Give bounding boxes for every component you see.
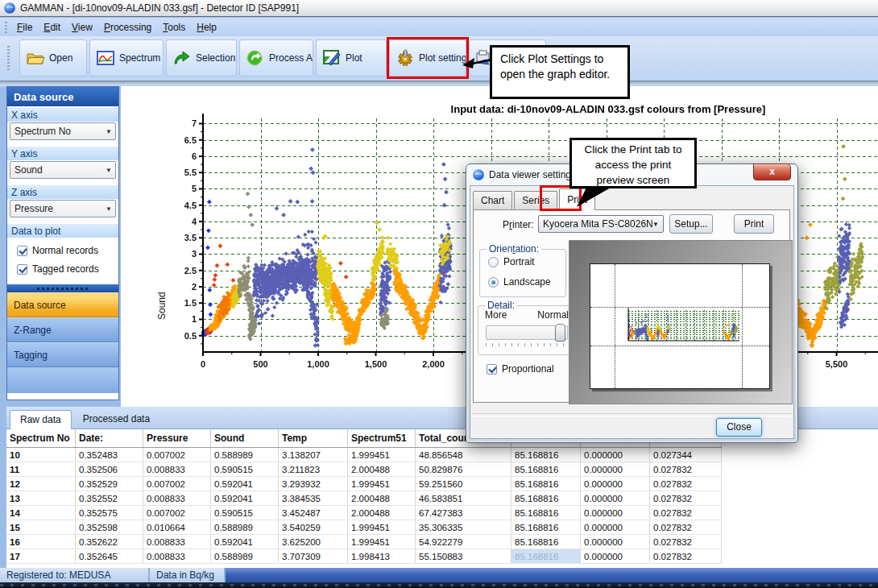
- table-cell[interactable]: 85.168816: [511, 520, 581, 535]
- tab-raw-data[interactable]: Raw data: [10, 410, 72, 429]
- tab-series[interactable]: Series: [514, 191, 557, 210]
- toolbar-grip[interactable]: [7, 46, 10, 70]
- table-cell[interactable]: 0.000000: [581, 477, 650, 491]
- menu-processing[interactable]: Processing: [98, 20, 157, 35]
- table-cell[interactable]: 59.251560: [416, 477, 511, 491]
- table-cell[interactable]: 3.138207: [279, 448, 348, 462]
- menu-tools[interactable]: Tools: [157, 20, 191, 35]
- setup-button[interactable]: Setup...: [669, 214, 713, 234]
- landscape-radio[interactable]: [488, 277, 499, 288]
- table-cell[interactable]: 0.352598: [76, 520, 143, 535]
- close-button[interactable]: Close: [716, 418, 762, 437]
- normal-records-checkbox-row[interactable]: Normal records: [17, 245, 118, 256]
- open-button[interactable]: Open: [19, 39, 87, 77]
- menu-help[interactable]: Help: [191, 20, 222, 35]
- table-cell[interactable]: 0.007002: [143, 448, 211, 462]
- table-cell[interactable]: 12: [6, 477, 76, 491]
- spectrum-view-button[interactable]: Spectrum View: [89, 39, 164, 77]
- table-cell[interactable]: 1.999451: [348, 448, 416, 462]
- process-all-button[interactable]: Process All: [239, 39, 313, 77]
- tab-chart[interactable]: Chart: [473, 191, 512, 210]
- table-cell[interactable]: 10: [6, 448, 76, 462]
- table-cell[interactable]: 17: [6, 549, 76, 564]
- table-cell[interactable]: 2.000488: [348, 506, 416, 520]
- table-cell[interactable]: 0.588989: [211, 549, 279, 564]
- table-cell[interactable]: 14: [6, 506, 76, 520]
- normal-records-checkbox[interactable]: [17, 246, 27, 256]
- table-cell[interactable]: 0.008833: [143, 491, 211, 506]
- table-row[interactable]: 130.3525520.0088330.5920413.3845352.0004…: [6, 491, 722, 506]
- table-cell[interactable]: 0.010664: [143, 520, 211, 535]
- column-header[interactable]: Spectrum51: [348, 429, 416, 448]
- table-cell[interactable]: 0.588989: [211, 448, 279, 462]
- column-header[interactable]: Temp: [279, 429, 348, 448]
- table-cell[interactable]: 0.592041: [211, 477, 279, 491]
- sidebar-item-z-range[interactable]: Z-Range: [7, 317, 118, 342]
- printer-select[interactable]: Kyocera Mita FS-C8026N KX ▼: [538, 215, 664, 233]
- column-header[interactable]: Spectrum No: [6, 429, 76, 448]
- table-cell[interactable]: 3.625200: [279, 535, 348, 549]
- table-row[interactable]: 140.3525750.0070020.5905153.4524872.0004…: [6, 506, 722, 520]
- table-cell[interactable]: 0.027832: [650, 491, 722, 506]
- table-cell[interactable]: 85.168816: [511, 477, 581, 491]
- tab-processed-data[interactable]: Processed data: [73, 410, 159, 429]
- selection-button[interactable]: Selection: [166, 39, 237, 77]
- column-header[interactable]: Sound: [211, 429, 279, 448]
- table-cell[interactable]: 13: [6, 491, 76, 506]
- plot-button[interactable]: Plot: [316, 39, 387, 77]
- sidebar-splitter-grip[interactable]: [7, 284, 118, 292]
- table-cell[interactable]: 0.588989: [211, 520, 279, 535]
- table-cell[interactable]: 50.829876: [416, 462, 511, 477]
- table-cell[interactable]: 3.211823: [279, 462, 348, 477]
- table-cell[interactable]: 0.590515: [211, 462, 279, 477]
- portrait-radio-row[interactable]: Portrait: [488, 256, 535, 267]
- table-cell[interactable]: 0.027344: [650, 448, 722, 462]
- table-cell[interactable]: 85.168816: [511, 462, 581, 477]
- table-cell[interactable]: 0.000000: [581, 491, 650, 506]
- table-cell[interactable]: 3.293932: [279, 477, 348, 491]
- table-cell[interactable]: 0.000000: [581, 549, 650, 564]
- table-cell[interactable]: 0.590515: [211, 506, 279, 520]
- table-cell[interactable]: 3.384535: [279, 491, 348, 506]
- table-cell[interactable]: 0.008833: [143, 462, 211, 477]
- table-cell[interactable]: 85.168816: [511, 535, 581, 549]
- table-cell[interactable]: 48.856548: [416, 448, 511, 462]
- x-axis-select[interactable]: Spectrum No ▼: [10, 122, 116, 140]
- table-cell[interactable]: 1.999451: [348, 535, 416, 549]
- table-row[interactable]: 100.3524830.0070020.5889893.1382071.9994…: [6, 448, 722, 462]
- table-row[interactable]: 160.3526220.0088330.5920413.6252001.9994…: [6, 535, 722, 549]
- table-cell[interactable]: 55.150883: [416, 549, 511, 564]
- table-cell[interactable]: 0.027832: [650, 535, 722, 549]
- table-row[interactable]: 150.3525980.0106640.5889893.5402591.9994…: [6, 520, 722, 535]
- table-row[interactable]: 170.3526450.0088330.5889893.7073091.9984…: [6, 549, 722, 564]
- tagged-records-checkbox[interactable]: [17, 264, 27, 275]
- table-cell[interactable]: 0.008833: [143, 535, 211, 549]
- table-cell[interactable]: 0.000000: [581, 448, 650, 462]
- proportional-checkbox[interactable]: [487, 364, 497, 375]
- table-cell[interactable]: 0.027832: [650, 477, 722, 491]
- table-cell[interactable]: 54.922279: [416, 535, 511, 549]
- table-cell[interactable]: 0.008833: [143, 549, 211, 564]
- table-cell[interactable]: 0.000000: [581, 506, 650, 520]
- proportional-checkbox-row[interactable]: Proportional: [487, 363, 554, 375]
- table-cell[interactable]: 0.352645: [76, 549, 143, 564]
- table-cell[interactable]: 85.168816: [511, 491, 581, 506]
- table-cell[interactable]: 0.352483: [76, 448, 143, 462]
- y-axis-select[interactable]: Sound ▼: [10, 161, 116, 179]
- table-cell[interactable]: 2.000488: [348, 462, 416, 477]
- z-axis-select[interactable]: Pressure ▼: [10, 200, 116, 217]
- sidebar-item-data-source[interactable]: Data source: [7, 292, 118, 317]
- table-cell[interactable]: 85.168816: [511, 549, 581, 564]
- table-cell[interactable]: 0.352506: [76, 462, 143, 477]
- table-row[interactable]: 120.3525290.0070020.5920413.2939321.9994…: [6, 477, 722, 491]
- table-cell[interactable]: 0.592041: [211, 535, 279, 549]
- column-header[interactable]: Pressure: [143, 429, 211, 448]
- table-cell[interactable]: 16: [6, 535, 76, 549]
- detail-slider-thumb[interactable]: [555, 324, 565, 342]
- table-cell[interactable]: 0.592041: [211, 491, 279, 506]
- table-cell[interactable]: 67.427383: [416, 506, 511, 520]
- table-cell[interactable]: 1.998413: [348, 549, 416, 564]
- table-cell[interactable]: 3.540259: [279, 520, 348, 535]
- table-cell[interactable]: 0.352529: [76, 477, 143, 491]
- table-cell[interactable]: 0.007002: [143, 506, 211, 520]
